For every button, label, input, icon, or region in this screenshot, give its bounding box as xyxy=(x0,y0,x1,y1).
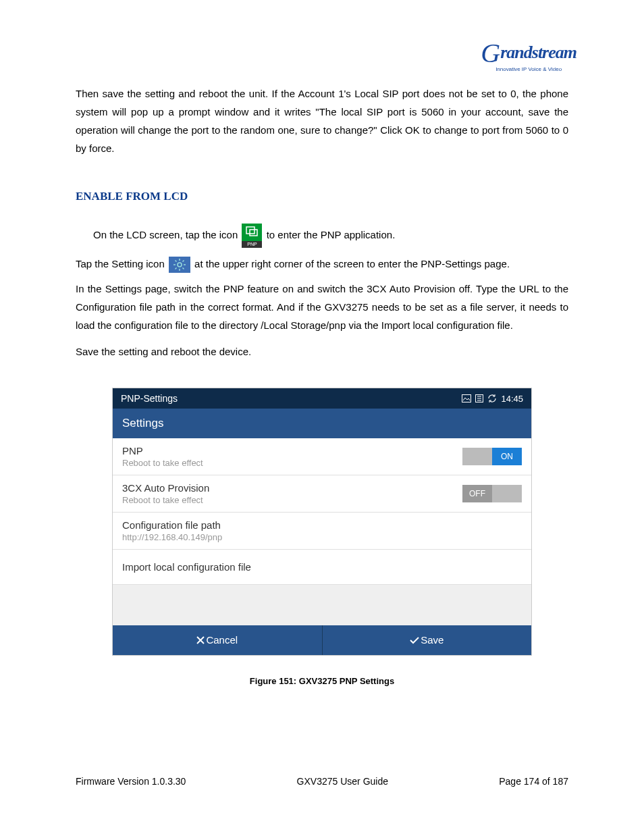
gear-icon xyxy=(169,257,190,273)
cx-toggle[interactable]: OFF xyxy=(462,485,522,502)
config-path-label: Configuration file path xyxy=(122,519,222,531)
pnp-label: PNP xyxy=(122,445,203,457)
instruction-paragraph-4: Save the setting and reboot the device. xyxy=(76,342,568,361)
cx-sublabel: Reboot to take effect xyxy=(122,495,209,505)
setting-row-3cx[interactable]: 3CX Auto Provision Reboot to take effect… xyxy=(113,475,531,513)
pnp-sublabel: Reboot to take effect xyxy=(122,458,203,468)
svg-rect-0 xyxy=(246,227,254,234)
text-fragment: at the upper right corner of the screen … xyxy=(194,258,510,269)
instruction-line-2: Tap the Setting icon at the upper right … xyxy=(76,255,568,273)
instruction-line-1: On the LCD screen, tap the icon to enter… xyxy=(93,224,568,248)
figure-caption: Figure 151: GXV3275 PNP Settings xyxy=(76,676,568,686)
device-screenshot: PNP-Settings 14:45 Settings PNP Reboot t… xyxy=(112,388,532,656)
cx-label: 3CX Auto Provision xyxy=(122,482,209,494)
svg-line-9 xyxy=(175,268,176,269)
setting-row-config-path[interactable]: Configuration file path http://192.168.4… xyxy=(113,513,531,550)
status-bar-title: PNP-Settings xyxy=(121,393,178,404)
svg-point-2 xyxy=(178,263,182,267)
svg-rect-11 xyxy=(462,395,471,402)
button-bar: Cancel Save xyxy=(113,625,531,655)
save-button[interactable]: Save xyxy=(322,625,532,655)
status-icons: 14:45 xyxy=(462,394,523,404)
page-footer: Firmware Version 1.0.3.30 GXV3275 User G… xyxy=(76,776,568,787)
status-bar: PNP-Settings 14:45 xyxy=(113,388,531,409)
pnp-app-icon xyxy=(242,224,262,248)
import-label: Import local configuration file xyxy=(122,561,251,573)
section-heading-enable-from-lcd: ENABLE FROM LCD xyxy=(76,190,568,203)
svg-line-10 xyxy=(182,261,184,262)
keyboard-icon xyxy=(475,394,483,402)
settings-header: Settings xyxy=(113,409,531,438)
footer-page: Page 174 of 187 xyxy=(499,776,568,787)
brand-tagline: Innovative IP Voice & Video xyxy=(481,66,576,72)
sync-icon xyxy=(487,394,497,403)
brand-name: randstream xyxy=(500,43,576,62)
status-bar-time: 14:45 xyxy=(501,394,523,404)
text-fragment: Tap the Setting icon xyxy=(76,258,167,269)
cancel-button[interactable]: Cancel xyxy=(113,625,322,655)
close-icon xyxy=(196,636,205,644)
svg-rect-1 xyxy=(250,230,257,236)
intro-paragraph: Then save the setting and reboot the uni… xyxy=(76,84,568,157)
text-fragment: to enter the PNP application. xyxy=(267,229,396,240)
empty-area xyxy=(113,585,531,625)
footer-title: GXV3275 User Guide xyxy=(297,776,388,787)
setting-row-import[interactable]: Import local configuration file xyxy=(113,550,531,585)
text-fragment: On the LCD screen, tap the icon xyxy=(93,229,240,240)
footer-firmware: Firmware Version 1.0.3.30 xyxy=(76,776,186,787)
instruction-paragraph-3: In the Settings page, switch the PNP fea… xyxy=(76,280,568,334)
setting-row-pnp[interactable]: PNP Reboot to take effect ON xyxy=(113,438,531,475)
pnp-toggle[interactable]: ON xyxy=(462,448,522,465)
svg-line-8 xyxy=(182,268,184,269)
svg-line-7 xyxy=(175,261,176,262)
config-path-value: http://192.168.40.149/pnp xyxy=(122,532,222,542)
image-icon xyxy=(462,394,471,402)
check-icon xyxy=(410,636,419,644)
brand-logo: Grandstream Innovative IP Voice & Video xyxy=(481,37,576,72)
